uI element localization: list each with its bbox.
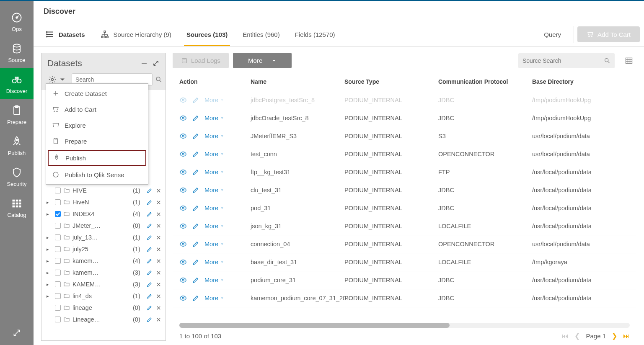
leftnav-expand[interactable]	[6, 322, 28, 345]
table-row[interactable]: More JMeterffEMR_S3 PODIUM_INTERNAL S3 u…	[173, 127, 636, 145]
close-icon[interactable]	[154, 293, 163, 299]
checkbox[interactable]	[55, 234, 61, 240]
leftnav-item-ops[interactable]: Ops	[0, 6, 34, 37]
expand-toggle[interactable]: ▸	[47, 258, 52, 264]
close-icon[interactable]	[154, 258, 163, 264]
close-icon[interactable]	[154, 211, 163, 217]
table-row[interactable]: More kamemon_podium_core_07_31_20… PODIU…	[173, 289, 636, 307]
edit-icon[interactable]	[192, 294, 199, 302]
more-button[interactable]: More	[233, 53, 292, 68]
checkbox[interactable]	[55, 211, 61, 217]
leftnav-item-security[interactable]: Security	[0, 161, 34, 192]
tree-row[interactable]: lineage (0)	[41, 302, 166, 314]
table-row[interactable]: More jdbcPostgres_testSrc_8 PODIUM_INTER…	[173, 91, 636, 109]
expand-toggle[interactable]: ▸	[47, 270, 52, 275]
tree-row[interactable]: Lineage… (0)	[41, 314, 166, 325]
table-row[interactable]: More test_conn PODIUM_INTERNAL OPENCONNE…	[173, 145, 636, 163]
table-row[interactable]: More podium_core_31 PODIUM_INTERNAL JDBC…	[173, 271, 636, 289]
checkbox[interactable]	[55, 188, 61, 193]
row-more-link[interactable]: More	[204, 241, 224, 247]
leftnav-item-publish[interactable]: Publish	[0, 130, 34, 161]
checkbox[interactable]	[55, 270, 61, 275]
edit-icon[interactable]	[145, 305, 154, 311]
row-more-link[interactable]: More	[204, 205, 224, 211]
pager-last[interactable]: ⏭	[623, 332, 630, 340]
checkbox[interactable]	[55, 258, 61, 264]
eye-icon[interactable]	[179, 258, 187, 266]
edit-icon[interactable]	[192, 150, 199, 158]
row-more-link[interactable]: More	[204, 133, 224, 139]
eye-icon[interactable]	[179, 168, 187, 176]
tree-row[interactable]: ▸ KAMEM… (3)	[41, 278, 166, 290]
pager-prev[interactable]: ❮	[574, 332, 580, 340]
tree-row[interactable]: ▸ kamem… (4)	[41, 255, 166, 267]
table-row[interactable]: More pod_31 PODIUM_INTERNAL JDBC /usr/lo…	[173, 199, 636, 217]
expand-toggle[interactable]: ▸	[47, 294, 52, 299]
edit-icon[interactable]	[192, 222, 199, 230]
menu-publish[interactable]: Publish	[48, 150, 146, 166]
menu-add-to-cart[interactable]: Add to Cart	[46, 101, 148, 117]
tab-fields[interactable]: Fields (12570)	[287, 23, 343, 46]
tree-row[interactable]: ▸ INDEX4 (4)	[41, 208, 166, 220]
edit-icon[interactable]	[192, 240, 199, 248]
edit-icon[interactable]	[145, 211, 154, 217]
minimize-icon[interactable]	[140, 59, 148, 67]
row-more-link[interactable]: More	[204, 187, 224, 193]
close-icon[interactable]	[154, 281, 163, 288]
checkbox[interactable]	[55, 281, 61, 287]
tree-row[interactable]: ▸ lin4_ds (1)	[41, 290, 166, 302]
tab-sources[interactable]: Sources (103)	[179, 23, 235, 46]
row-more-link[interactable]: More	[204, 277, 224, 283]
tab-entities[interactable]: Entities (960)	[235, 23, 287, 46]
query-link[interactable]: Query	[535, 28, 570, 41]
tree-row[interactable]: JMeter_… (0)	[41, 220, 166, 232]
checkbox[interactable]	[55, 317, 61, 322]
eye-icon[interactable]	[179, 222, 187, 230]
row-more-link[interactable]: More	[204, 295, 224, 301]
source-search-input[interactable]	[522, 57, 604, 64]
col-header-action[interactable]: Action	[179, 78, 251, 85]
edit-icon[interactable]	[145, 281, 154, 288]
checkbox[interactable]	[55, 199, 61, 205]
close-icon[interactable]	[154, 246, 163, 252]
pager-first[interactable]: ⏮	[562, 332, 569, 340]
tab-hierarchy[interactable]: Source Hierarchy (9)	[93, 22, 179, 46]
edit-icon[interactable]	[145, 223, 154, 229]
tree-row[interactable]: ▸ HiveN (1)	[41, 196, 166, 208]
edit-icon[interactable]	[192, 258, 199, 266]
edit-icon[interactable]	[192, 204, 199, 212]
edit-icon[interactable]	[145, 246, 154, 252]
horizontal-scrollbar[interactable]	[179, 323, 630, 328]
row-more-link[interactable]: More	[204, 115, 224, 121]
menu-create-dataset[interactable]: Create Dataset	[46, 85, 148, 101]
edit-icon[interactable]	[192, 168, 199, 176]
eye-icon[interactable]	[179, 132, 187, 140]
menu-prepare[interactable]: Prepare	[46, 133, 148, 149]
table-row[interactable]: More base_dir_test_31 PODIUM_INTERNAL LO…	[173, 253, 636, 271]
table-row[interactable]: More clu_test_31 PODIUM_INTERNAL JDBC /u…	[173, 181, 636, 199]
leftnav-item-discover[interactable]: Discover	[0, 68, 34, 99]
table-row[interactable]: More connection_04 PODIUM_INTERNAL OPENC…	[173, 235, 636, 253]
row-more-link[interactable]: More	[204, 259, 224, 265]
checkbox[interactable]	[55, 223, 61, 229]
expand-panel-icon[interactable]	[152, 59, 160, 67]
table-row[interactable]: More json_kg_31 PODIUM_INTERNAL LOCALFIL…	[173, 217, 636, 235]
checkbox[interactable]	[55, 293, 61, 299]
eye-icon[interactable]	[179, 276, 187, 284]
scroll-thumb[interactable]	[179, 323, 450, 328]
tree-row[interactable]: ▸ july_13… (1)	[41, 232, 166, 243]
edit-icon[interactable]	[192, 114, 199, 122]
row-more-link[interactable]: More	[204, 97, 224, 103]
edit-icon[interactable]	[192, 276, 199, 284]
menu-explore[interactable]: Explore	[46, 117, 148, 133]
tree-row[interactable]: ▸ july25 (1)	[41, 243, 166, 255]
col-header-proto[interactable]: Communication Protocol	[438, 78, 532, 85]
close-icon[interactable]	[154, 270, 163, 276]
col-header-dir[interactable]: Base Directory	[532, 78, 630, 85]
edit-icon[interactable]	[145, 270, 154, 276]
edit-icon[interactable]	[145, 293, 154, 299]
edit-icon[interactable]	[145, 188, 154, 194]
menu-publish-qlik[interactable]: Publish to Qlik Sense	[46, 167, 148, 183]
col-header-name[interactable]: Name	[251, 78, 344, 85]
edit-icon[interactable]	[192, 186, 199, 194]
